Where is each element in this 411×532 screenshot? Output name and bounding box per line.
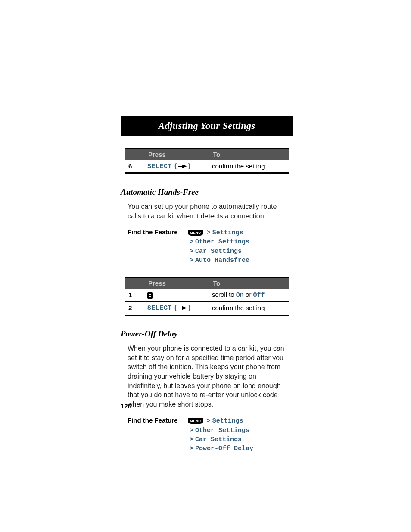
body-paragraph: You can set up your phone to automatical… (128, 202, 286, 221)
menu-path-item: Settings (212, 229, 243, 236)
step-number: 2 (125, 302, 144, 315)
soft-key-paren: ( (174, 305, 178, 312)
select-key-label: SELECT (147, 305, 172, 312)
select-key-label: SELECT (147, 163, 172, 170)
step-number: 1 (125, 289, 144, 302)
heading-power-off-delay: Power-Off Delay (121, 329, 293, 339)
menu-key-icon: MENU (188, 418, 203, 424)
table-row: 2 SELECT () confirm the setting (125, 302, 289, 315)
menu-path-item: Power-Off Delay (195, 445, 253, 452)
step-number: 6 (125, 160, 144, 173)
menu-path-item: Car Settings (195, 436, 242, 443)
steps-table-1: Press To 6 SELECT () confirm the setting (125, 148, 289, 174)
menu-path-item: Other Settings (195, 238, 249, 246)
step-action: confirm the setting (209, 160, 289, 173)
step-action: scroll to On or Off (209, 289, 289, 302)
send-arrow-icon (178, 164, 187, 168)
soft-key-paren: ) (187, 305, 192, 312)
body-paragraph: When your phone is connected to a car ki… (128, 344, 286, 409)
scroll-key-icon (147, 292, 153, 299)
soft-key-paren: ( (174, 163, 178, 170)
table-header-press: Press (144, 277, 209, 289)
table-header-press: Press (144, 149, 209, 160)
soft-key-paren: ) (187, 163, 192, 170)
page-title: Adjusting Your Settings (121, 116, 293, 136)
find-feature-label: Find the Feature (128, 228, 188, 265)
table-header-to: To (209, 277, 289, 289)
heading-automatic-hands-free: Automatic Hands-Free (121, 187, 293, 197)
table-header-to: To (209, 149, 289, 160)
step-action: confirm the setting (209, 302, 289, 315)
find-feature-label: Find the Feature (128, 417, 188, 453)
menu-path-item: Other Settings (195, 427, 249, 434)
menu-path-item: Auto Handsfree (195, 257, 249, 264)
menu-path-item: Settings (212, 417, 243, 425)
menu-path-item: Car Settings (195, 248, 242, 255)
menu-key-icon: MENU (188, 230, 203, 236)
find-feature-row: Find the Feature MENU >Settings >Other S… (128, 417, 293, 453)
find-feature-row: Find the Feature MENU >Settings >Other S… (128, 228, 293, 265)
send-arrow-icon (178, 306, 187, 310)
page-number: 126 (121, 402, 131, 410)
table-row: 6 SELECT () confirm the setting (125, 160, 289, 173)
steps-table-2: Press To 1 scroll to On or Off 2 SELECT … (125, 277, 289, 315)
table-row: 1 scroll to On or Off (125, 289, 289, 302)
